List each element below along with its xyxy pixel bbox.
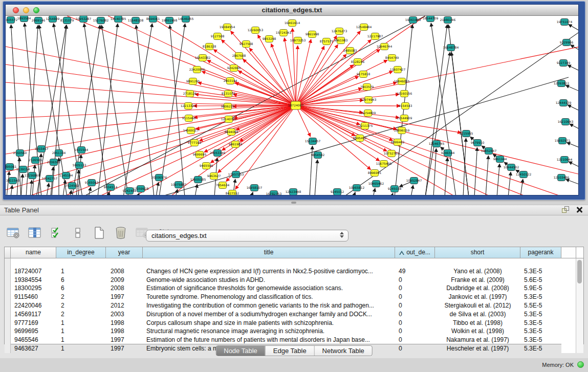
row-gutter [5, 327, 11, 336]
cell-year: 2008 [106, 284, 143, 293]
tab-network-table[interactable]: Network Table [315, 346, 372, 356]
column-header-name[interactable]: name [11, 247, 56, 258]
cell-name [11, 258, 56, 267]
cell-title: Investigating the contribution of common… [143, 301, 395, 310]
table-selector-dropdown[interactable]: citations_edges.txt [146, 230, 349, 242]
network-node-label: 10752765 [384, 151, 400, 155]
table-scrollbar[interactable] [576, 258, 583, 353]
network-node-label: 17359928 [133, 187, 149, 190]
table-row[interactable]: 9465546 1 1997 Estimation of the future … [5, 336, 576, 344]
column-chooser-icon[interactable] [27, 225, 43, 240]
network-node-label: 12046745 [429, 142, 445, 145]
column-header-year[interactable]: year [106, 247, 143, 258]
network-node-label: 8215955 [460, 132, 473, 135]
column-header-title[interactable]: title [143, 247, 395, 258]
table-row[interactable]: 18300295 6 2008 Estimation of significan… [5, 284, 576, 293]
clear-selection-icon[interactable] [70, 225, 86, 240]
network-node-label: 12140781 [221, 117, 237, 121]
new-file-icon[interactable] [91, 225, 107, 240]
tab-node-table[interactable]: Node Table [216, 346, 266, 356]
column-header-in-degree[interactable]: in_degree [56, 247, 106, 258]
cell-year: 2008 [106, 267, 143, 276]
cell-title [143, 258, 395, 267]
network-node-label: 10952847 [406, 179, 422, 182]
network-node-label: 19384554 [220, 25, 235, 29]
network-node-label: 9854502 [311, 153, 325, 157]
minimize-button[interactable] [23, 7, 29, 13]
cell-short: Stergiakouli et al. (2012) [435, 301, 520, 310]
network-node-label: 11675495 [376, 162, 392, 165]
cell-filler [561, 344, 576, 353]
table-row[interactable]: 9699695 1 1998 Structural magnetic reson… [5, 327, 576, 336]
table-header: name in_degree year title out_de... shor… [5, 247, 583, 258]
table-row[interactable]: 22420046 2 2012 Investigating the contri… [5, 301, 576, 310]
network-node-label: 10896159 [394, 128, 410, 132]
network-node-label: 21980246 [440, 18, 456, 21]
cell-name: 18300295 [11, 284, 56, 293]
network-canvas[interactable]: 1872400719384554912750881863281654338222… [6, 16, 578, 195]
network-window-titlebar[interactable]: citations_edges.txt [6, 5, 578, 16]
table-row[interactable] [5, 258, 576, 267]
network-node-label: 2126505 [29, 158, 42, 162]
panel-close-icon[interactable] [576, 206, 583, 213]
scrollbar-thumb[interactable] [577, 260, 582, 283]
table-settings-icon[interactable] [5, 225, 21, 240]
table-row[interactable]: 9115460 2 1997 Tourette syndrome. Phenom… [5, 293, 576, 301]
network-nodes: 1872400719384554912750881863281654338222… [6, 16, 574, 195]
cell-title: Corpus callosum shape and size in male p… [143, 319, 395, 327]
close-button[interactable] [13, 7, 19, 13]
network-node-label: 8427552 [226, 191, 239, 195]
cell-filler [561, 301, 576, 310]
table-row[interactable]: 9777169 1 1998 Corpus callosum shape and… [5, 319, 576, 327]
tab-edge-table[interactable]: Edge Table [266, 346, 315, 356]
network-node-label: 19361983 [405, 18, 421, 21]
network-node-label: 11544909 [397, 116, 412, 120]
cell-filler [561, 327, 576, 336]
network-node-label: 8454749 [385, 56, 399, 59]
cell-year: 2009 [106, 276, 143, 285]
network-node-label: 12213323 [181, 104, 197, 107]
zoom-button[interactable] [33, 7, 39, 13]
cell-year: 2003 [106, 310, 143, 319]
network-node-label: 2069146 [32, 18, 46, 22]
network-node-label: 2803144 [224, 79, 237, 82]
network-node-label: 9165043 [85, 181, 99, 184]
delete-trash-icon[interactable] [113, 225, 129, 240]
column-header-out-degree[interactable]: out_de... [395, 247, 435, 258]
table-row[interactable]: 19384554 6 2009 Genome-wide association … [5, 276, 576, 285]
select-all-check-icon[interactable] [48, 225, 64, 240]
network-node-label: 1395061 [6, 165, 17, 168]
network-window: citations_edges.txt 18724007193845549127… [3, 1, 585, 200]
network-node-label: 12505185 [190, 178, 206, 181]
cell-filler [561, 336, 576, 344]
network-node-label: 14569117 [183, 128, 199, 132]
network-node-label: 10852847 [481, 149, 497, 152]
network-node-label: 5905133 [73, 163, 86, 167]
cell-name: 9465546 [11, 336, 56, 344]
cell-title: Estimation of significance thresholds fo… [143, 284, 395, 293]
network-node-label: 12140785 [111, 17, 126, 20]
table-row[interactable]: 14569117 2 2003 Disruption of a novel me… [5, 310, 576, 319]
table-row[interactable]: 18724007 1 2008 Changes of HCN gene expr… [5, 267, 576, 276]
network-node-label: 12974943 [361, 98, 377, 101]
cell-in-degree: 6 [56, 284, 106, 293]
cell-in-degree [56, 258, 106, 267]
network-node-label: 7903579 [360, 85, 374, 89]
memory-ok-icon[interactable] [577, 361, 584, 368]
table-body: 18724007 1 2008 Changes of HCN gene expr… [5, 258, 576, 353]
network-node-label: 16543382 [195, 56, 211, 59]
float-window-icon[interactable] [562, 206, 570, 213]
cell-out-degree: 0 [395, 276, 435, 285]
network-node-label: 9329966 [560, 40, 574, 44]
network-node-label: 8131074 [222, 92, 235, 95]
cell-out-degree [395, 258, 435, 267]
network-node-label: 9463627 [207, 174, 221, 178]
column-header-pagerank[interactable]: pagerank [520, 247, 561, 258]
splitter-handle[interactable] [291, 202, 296, 204]
cell-year: 1997 [106, 336, 143, 344]
network-node-label: 12342757 [42, 177, 58, 180]
column-header-short[interactable]: short [435, 247, 520, 258]
cell-filler [561, 284, 576, 293]
row-gutter [5, 276, 11, 285]
network-node-label: 16461614 [285, 21, 300, 25]
